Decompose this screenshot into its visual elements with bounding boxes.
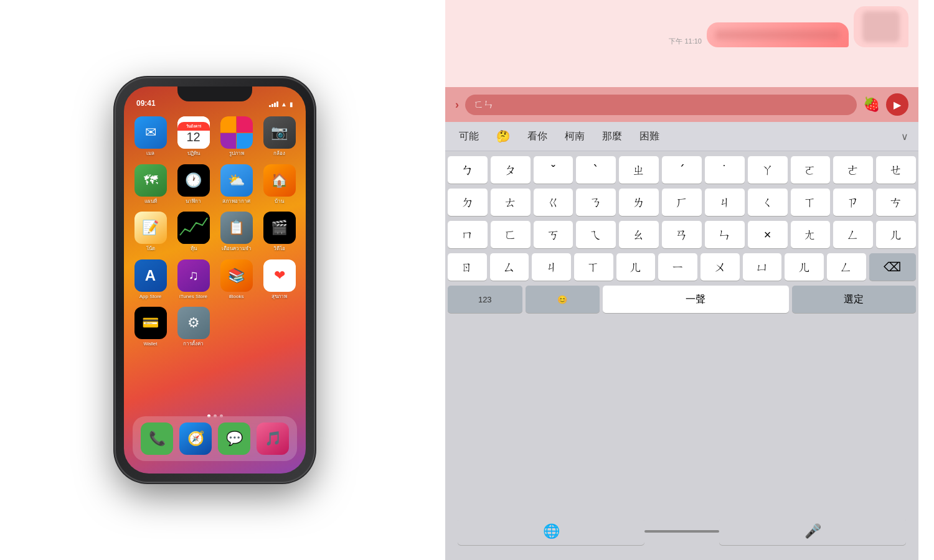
key-ao[interactable]: ㄠ <box>619 221 659 248</box>
delete-key[interactable]: ⌫ <box>869 253 916 281</box>
key-o[interactable]: ㄛ <box>791 156 831 184</box>
autocomplete-item-2[interactable]: 🤔 <box>493 127 514 146</box>
key-123[interactable]: 123 <box>448 286 522 313</box>
app-settings-icon: ⚙ <box>177 307 210 339</box>
key-ji2[interactable]: ㄐ <box>532 253 571 281</box>
dock-music[interactable]: 🎵 <box>257 422 289 455</box>
key-z[interactable]: ㄗ <box>833 189 873 216</box>
app-calendar[interactable]: วันอังคาร 12 ปฏิทิน <box>176 116 211 157</box>
key-s[interactable]: ㄙ <box>490 253 529 281</box>
key-row-3: ㄇ ㄈ ㄎ ㄟ ㄠ ㄢ ㄣ × ㄤ ㄥ ㄦ <box>448 221 916 248</box>
key-tone3[interactable]: ˇ <box>534 156 573 184</box>
key-g[interactable]: ㄍ <box>534 189 573 216</box>
key-a[interactable]: ㄚ <box>748 156 788 184</box>
key-eh[interactable]: ㄝ <box>876 156 916 184</box>
globe-key[interactable]: 🌐 <box>458 518 644 545</box>
key-emoji[interactable]: 😊 <box>526 286 600 313</box>
app-health[interactable]: ❤ สุขภาพ <box>262 259 297 300</box>
autocomplete-item-6[interactable]: 困難 <box>636 128 663 146</box>
key-qi[interactable]: ㄑ <box>748 189 788 216</box>
key-xi[interactable]: ㄒ <box>791 189 831 216</box>
key-d[interactable]: ㄉ <box>448 189 488 216</box>
app-photos[interactable]: รูปภาพ <box>219 116 254 157</box>
key-r[interactable]: ㄖ <box>448 253 487 281</box>
dock-messages-icon: 💬 <box>218 422 250 455</box>
autocomplete-item-4[interactable]: 柯南 <box>561 128 588 146</box>
key-ei[interactable]: ㄟ <box>576 221 616 248</box>
dock-music-icon: 🎵 <box>257 422 289 455</box>
autocomplete-expand-icon[interactable]: ∨ <box>901 131 908 142</box>
app-weather[interactable]: ⛅ สภาพอากาศ <box>219 164 254 205</box>
key-b[interactable]: ㄅ <box>448 156 488 184</box>
key-m[interactable]: ㄇ <box>448 221 488 248</box>
app-memo[interactable]: 📋 เตือนความจำ <box>219 212 254 252</box>
key-i[interactable]: ㄧ <box>658 253 697 281</box>
app-notes-icon: 📝 <box>134 212 167 244</box>
app-settings[interactable]: ⚙ การตั้งค่า <box>176 307 211 347</box>
home-indicator <box>644 530 719 533</box>
app-video[interactable]: 🎬 วิดีโอ <box>262 212 297 252</box>
key-tone2[interactable]: ˊ <box>662 156 702 184</box>
app-stocks-label: หุ้น <box>191 246 197 252</box>
app-notes[interactable]: 📝 โน้ต <box>133 212 168 252</box>
key-f[interactable]: ㄈ <box>491 221 531 248</box>
app-camera[interactable]: 📷 กล้อง <box>262 116 297 157</box>
input-field[interactable]: ㄈㄣ <box>465 95 857 115</box>
app-home[interactable]: 🏠 บ้าน <box>262 164 297 205</box>
key-an[interactable]: ㄢ <box>662 221 702 248</box>
key-cross[interactable]: × <box>748 221 788 248</box>
key-er[interactable]: ㄦ <box>876 221 916 248</box>
key-xi2[interactable]: ㄒ <box>574 253 613 281</box>
app-stocks[interactable]: หุ้น <box>176 212 211 252</box>
app-health-icon: ❤ <box>263 259 296 292</box>
dock-phone[interactable]: 📞 <box>141 422 173 455</box>
app-itunes[interactable]: ♫ iTunes Store <box>176 259 211 300</box>
key-p[interactable]: ㄆ <box>491 156 531 184</box>
chat-bubble-image <box>854 6 908 47</box>
app-clock[interactable]: 🕐 นาฬิกา <box>176 164 211 205</box>
key-l[interactable]: ㄌ <box>619 189 659 216</box>
send-button[interactable]: ▶ <box>886 93 908 116</box>
key-e[interactable]: ㄜ <box>833 156 873 184</box>
key-u[interactable]: ㄨ <box>700 253 740 281</box>
key-ji[interactable]: ㄐ <box>705 189 745 216</box>
dock-messages[interactable]: 💬 <box>218 422 250 455</box>
key-space[interactable]: 一聲 <box>603 286 789 313</box>
key-t[interactable]: ㄊ <box>491 189 531 216</box>
key-row-4: ㄖ ㄙ ㄐ ㄒ ㄦ ㄧ ㄨ ㄩ ㄦ ㄥ ⌫ <box>448 253 916 281</box>
app-appstore[interactable]: A App Store <box>133 259 168 300</box>
signal-bar-2 <box>271 104 273 107</box>
key-er3[interactable]: ㄦ <box>785 253 824 281</box>
key-ang[interactable]: ㄤ <box>791 221 831 248</box>
app-wallet-icon: 💳 <box>134 307 167 339</box>
autocomplete-item-3[interactable]: 看你 <box>524 128 551 146</box>
chat-area: 下午 11:10 <box>445 0 918 87</box>
key-yu[interactable]: ㄩ <box>743 253 782 281</box>
autocomplete-item-5[interactable]: 那麼 <box>598 128 626 146</box>
key-row-1: ㄅ ㄆ ˇ ˋ ㄓ ˊ ˙ ㄚ ㄛ ㄜ ㄝ <box>448 156 916 184</box>
input-emoji-icon[interactable]: 🍓 <box>863 96 880 113</box>
key-row-2: ㄉ ㄊ ㄍ ㄋ ㄌ ㄏ ㄐ ㄑ ㄒ ㄗ ㄘ <box>448 189 916 216</box>
key-tone4[interactable]: ˋ <box>576 156 616 184</box>
app-wallet[interactable]: 💳 Wallet <box>133 307 168 347</box>
chat-bubble-1 <box>707 22 849 47</box>
key-eng[interactable]: ㄥ <box>833 221 873 248</box>
mic-key[interactable]: 🎤 <box>719 518 906 545</box>
iphone-frame: 09:41 ▲ ▮ <box>115 78 314 482</box>
key-zh[interactable]: ㄓ <box>619 156 659 184</box>
key-h[interactable]: ㄏ <box>662 189 702 216</box>
app-maps[interactable]: 🗺 แผนที่ <box>133 164 168 205</box>
input-chevron-icon[interactable]: › <box>455 98 459 111</box>
app-mail[interactable]: ✉ เมล <box>133 116 168 157</box>
key-eng2[interactable]: ㄥ <box>827 253 866 281</box>
key-select[interactable]: 選定 <box>792 286 916 313</box>
app-ibooks[interactable]: 📚 iBooks <box>219 259 254 300</box>
key-tone5[interactable]: ˙ <box>705 156 745 184</box>
key-c[interactable]: ㄘ <box>876 189 916 216</box>
key-n[interactable]: ㄋ <box>576 189 616 216</box>
autocomplete-item-1[interactable]: 可能 <box>455 128 483 146</box>
dock-safari[interactable]: 🧭 <box>179 422 212 455</box>
key-en[interactable]: ㄣ <box>705 221 745 248</box>
key-k[interactable]: ㄎ <box>534 221 573 248</box>
key-er2[interactable]: ㄦ <box>616 253 656 281</box>
